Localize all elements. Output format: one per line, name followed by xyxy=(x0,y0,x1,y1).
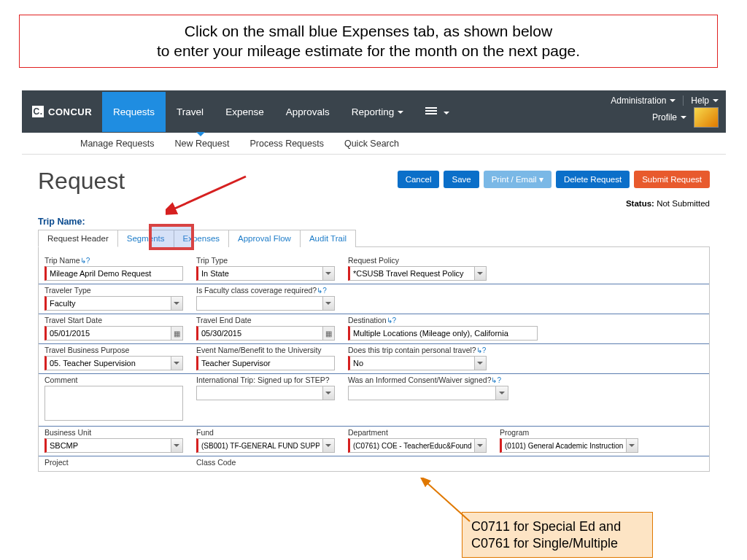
help-icon[interactable]: ↳? xyxy=(317,287,327,295)
trip-name-input[interactable] xyxy=(44,266,183,281)
delete-request-button[interactable]: Delete Request xyxy=(556,171,630,188)
nav-reporting[interactable]: Reporting xyxy=(341,92,415,132)
status-label: Status: xyxy=(626,199,654,208)
top-nav-bar: C. CONCUR Requests Travel Expense Approv… xyxy=(22,90,726,133)
tab-audit-trail[interactable]: Audit Trail xyxy=(301,230,356,247)
consent-select[interactable] xyxy=(348,386,508,400)
faculty-coverage-select[interactable] xyxy=(196,296,335,311)
label-trip-type: Trip Type xyxy=(196,256,335,265)
page-title: Request xyxy=(38,168,125,194)
brand-logo[interactable]: C. CONCUR xyxy=(22,106,102,117)
chevron-down-icon[interactable] xyxy=(474,267,486,280)
instruction-line1: Click on the small blue Expenses tab, as… xyxy=(34,21,703,41)
action-buttons: Cancel Save Print / Email ▾ Delete Reque… xyxy=(398,171,710,188)
label-trip-name: Trip Name↳? xyxy=(44,256,183,265)
profile-avatar[interactable] xyxy=(694,107,719,128)
callout-line1: C0711 for Special Ed and xyxy=(471,518,643,535)
chevron-down-icon[interactable] xyxy=(171,357,182,370)
start-date-input[interactable]: ▦ xyxy=(44,326,183,341)
personal-travel-select[interactable] xyxy=(348,356,487,370)
calendar-icon[interactable]: ▦ xyxy=(171,327,182,340)
chevron-down-icon[interactable] xyxy=(322,439,334,452)
chevron-down-icon[interactable] xyxy=(474,357,486,370)
program-select[interactable] xyxy=(500,438,638,453)
tab-approval-flow[interactable]: Approval Flow xyxy=(229,230,301,247)
comment-textarea[interactable] xyxy=(44,386,183,421)
nav-requests[interactable]: Requests xyxy=(102,92,166,132)
nav-expense[interactable]: Expense xyxy=(214,92,275,132)
label-start-date: Travel Start Date xyxy=(44,316,183,324)
department-select[interactable] xyxy=(348,438,487,453)
label-purpose: Travel Business Purpose xyxy=(44,346,183,354)
subnav-quick-search[interactable]: Quick Search xyxy=(344,133,399,155)
chevron-down-icon[interactable] xyxy=(322,267,334,280)
label-project: Project xyxy=(44,458,183,467)
chevron-down-icon[interactable] xyxy=(495,386,508,400)
help-icon[interactable]: ↳? xyxy=(491,376,501,384)
nav-profile[interactable]: Profile xyxy=(652,112,686,122)
status-line: Status: Not Submitted xyxy=(38,199,710,208)
label-step: International Trip: Signed up for STEP? xyxy=(196,376,335,384)
form-tabs: Request Header Segments Expenses Approva… xyxy=(38,230,710,247)
business-unit-select[interactable] xyxy=(44,438,183,453)
instruction-callout: Click on the small blue Expenses tab, as… xyxy=(19,15,718,68)
help-icon[interactable]: ↳? xyxy=(80,257,90,265)
department-callout: C0711 for Special Ed and C0761 for Singl… xyxy=(462,512,653,558)
nav-travel[interactable]: Travel xyxy=(166,92,214,132)
cancel-button[interactable]: Cancel xyxy=(398,171,440,188)
help-icon[interactable]: ↳? xyxy=(476,346,487,354)
nav-approvals[interactable]: Approvals xyxy=(275,92,341,132)
help-icon[interactable]: ↳? xyxy=(387,316,397,324)
request-policy-select[interactable] xyxy=(348,266,487,281)
trip-type-select[interactable] xyxy=(196,266,335,281)
status-value: Not Submitted xyxy=(657,199,710,208)
destination-input[interactable] xyxy=(348,326,538,341)
chevron-down-icon[interactable] xyxy=(626,439,638,452)
calendar-icon[interactable]: ▦ xyxy=(322,327,334,340)
submit-request-button[interactable]: Submit Request xyxy=(634,171,710,188)
chevron-down-icon[interactable] xyxy=(322,386,334,400)
step-select[interactable] xyxy=(196,386,335,400)
content-area: Request Cancel Save Print / Email ▾ Dele… xyxy=(22,155,726,472)
label-consent: Was an Informed Consent/Waiver signed?↳? xyxy=(348,376,508,384)
label-event-name: Event Name/Benefit to the University xyxy=(196,346,335,354)
purpose-select[interactable] xyxy=(44,356,183,370)
end-date-input[interactable]: ▦ xyxy=(196,326,335,341)
label-personal-travel: Does this trip contain personal travel?↳… xyxy=(348,346,487,354)
label-faculty-coverage: Is Faculty class coverage required?↳? xyxy=(196,286,335,295)
tab-segments[interactable]: Segments xyxy=(118,230,174,247)
label-request-policy: Request Policy xyxy=(348,256,487,265)
chevron-down-icon[interactable] xyxy=(474,439,486,452)
nav-help[interactable]: Help xyxy=(691,96,719,106)
chevron-down-icon[interactable] xyxy=(171,439,182,452)
nav-administration[interactable]: Administration xyxy=(611,96,676,106)
chevron-down-icon[interactable] xyxy=(171,297,182,310)
nav-divider xyxy=(683,96,684,106)
traveler-type-select[interactable] xyxy=(44,296,183,311)
top-nav-right: Administration Help Profile xyxy=(611,90,719,133)
nav-more-menu[interactable] xyxy=(414,91,460,133)
callout-line2: C0761 for Single/Multiple xyxy=(471,535,643,552)
label-program: Program xyxy=(500,428,638,437)
trip-name-label: Trip Name: xyxy=(38,217,710,227)
tab-request-header[interactable]: Request Header xyxy=(38,230,118,247)
print-email-button[interactable]: Print / Email ▾ xyxy=(484,171,551,188)
active-tab-pointer xyxy=(196,132,205,141)
subnav-manage-requests[interactable]: Manage Requests xyxy=(80,133,154,155)
chevron-down-icon[interactable] xyxy=(322,297,334,310)
label-fund: Fund xyxy=(196,428,335,437)
hamburger-icon xyxy=(425,106,437,116)
fund-select[interactable] xyxy=(196,438,335,453)
label-traveler-type: Traveler Type xyxy=(44,286,183,295)
label-department: Department xyxy=(348,428,487,437)
save-button[interactable]: Save xyxy=(444,171,479,188)
tab-expenses[interactable]: Expenses xyxy=(174,230,230,247)
event-name-input[interactable] xyxy=(196,356,335,370)
label-end-date: Travel End Date xyxy=(196,316,335,324)
subnav-process-requests[interactable]: Process Requests xyxy=(250,133,324,155)
label-class-code: Class Code xyxy=(196,458,335,467)
logo-icon: C. xyxy=(32,106,44,117)
label-business-unit: Business Unit xyxy=(44,428,183,437)
brand-text: CONCUR xyxy=(48,106,92,117)
label-destination: Destination↳? xyxy=(348,316,538,324)
